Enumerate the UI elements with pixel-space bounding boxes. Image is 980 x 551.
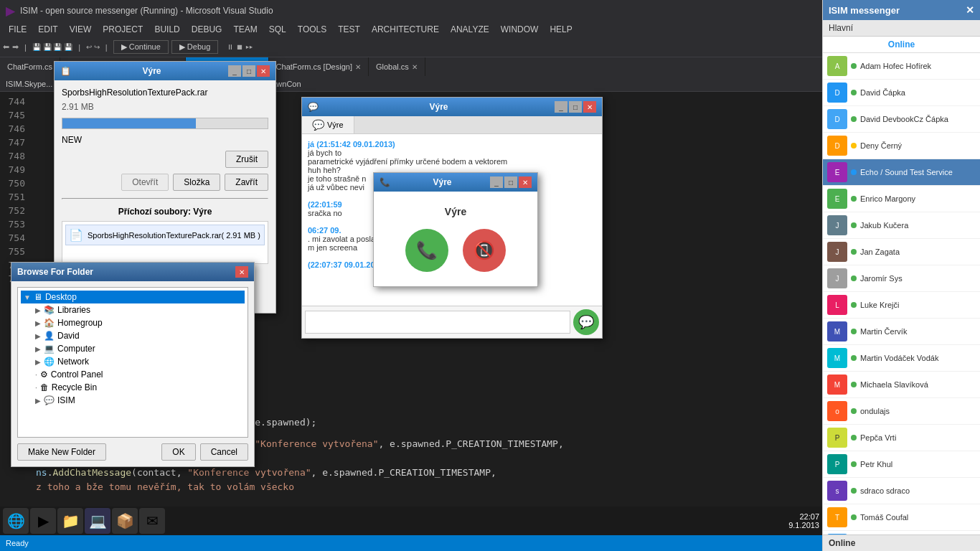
contact-name: Martin Vodáček Vodák	[860, 354, 938, 362]
contact-david-devbook[interactable]: D David DevbookCz Čápka	[823, 106, 980, 133]
dialog-vyre2-min[interactable]: _	[555, 101, 567, 113]
isim-close-btn[interactable]: ✕	[966, 4, 974, 16]
menu-edit[interactable]: EDIT	[32, 23, 63, 36]
browse-title: Browse For Folder	[17, 267, 93, 277]
contact-ondulajs[interactable]: o ondulajs	[823, 398, 980, 425]
dialog-vyre3-min[interactable]: _	[490, 176, 503, 188]
dialog-vyre3-icon: 📞	[380, 177, 390, 187]
vyre1-file-list: 📄 SporbsHighResolutionTexturePack.rar( 2…	[62, 221, 268, 264]
menu-sql[interactable]: SQL	[263, 23, 292, 36]
dialog-vyre3-titlebar: 📞 Výre _ □ ✕	[374, 173, 537, 192]
vyre3-accept-btn[interactable]: 📞	[405, 229, 448, 272]
contact-jaromir[interactable]: J Jaromír Sys	[823, 265, 980, 292]
tree-item-control-panel[interactable]: · ⚙ Control Panel	[21, 368, 245, 381]
tree-item-libraries[interactable]: ▶ 📚 Libraries	[21, 303, 245, 316]
menu-test[interactable]: TEST	[332, 23, 366, 36]
menu-architecture[interactable]: ARCHITECTURE	[366, 23, 445, 36]
dialog-vyre2-close[interactable]: ✕	[583, 101, 596, 113]
contact-adam[interactable]: A Adam Hofec Hofírek	[823, 53, 980, 80]
dialog-vyre1-max[interactable]: □	[242, 65, 255, 77]
contact-sdraco[interactable]: s sdraco sdraco	[823, 478, 980, 504]
dialog-vyre2-input-row: 💬	[302, 306, 602, 338]
taskbar-extra1[interactable]: 📦	[112, 508, 138, 534]
tab-chatform-design[interactable]: ChatForm.cs [Design] ✕	[269, 57, 369, 76]
tree-item-isim[interactable]: ▶ 💬 ISIM	[21, 394, 245, 407]
isim-title: ISIM messenger	[829, 5, 900, 16]
vyre1-btn-open[interactable]: Otevřít	[121, 174, 169, 191]
contact-name: David DevbookCz Čápka	[860, 115, 948, 123]
contact-echo[interactable]: E Echo / Sound Test Service	[823, 159, 980, 186]
contact-enrico[interactable]: E Enrico Margony	[823, 186, 980, 212]
contact-martin-cervik[interactable]: M Martin Červík	[823, 319, 980, 345]
menu-view[interactable]: VIEW	[64, 23, 98, 36]
isim-header: Hlavní	[823, 20, 980, 37]
chatform-design-tab-close[interactable]: ✕	[355, 63, 361, 71]
dialog-vyre2-send[interactable]: 💬	[573, 309, 599, 335]
dialog-vyre1-min[interactable]: _	[228, 65, 241, 77]
dialog-vyre2-input[interactable]	[305, 311, 570, 334]
vyre1-filesize: 2.91 MB	[62, 102, 268, 112]
menu-build[interactable]: BUILD	[149, 23, 185, 36]
taskbar-media[interactable]: ▶	[30, 508, 56, 534]
contact-jakub[interactable]: J Jakub Kučera	[823, 212, 980, 239]
tree-item-david[interactable]: ▶ 👤 David	[21, 329, 245, 342]
browse-close[interactable]: ✕	[235, 266, 248, 278]
menu-file[interactable]: FILE	[3, 23, 32, 36]
time-display: 22:07	[788, 512, 819, 521]
dialog-browse-body: ▼ 🖥 Desktop ▶ 📚 Libraries ▶ 🏠 Homegroup …	[11, 281, 254, 466]
tree-item-desktop[interactable]: ▼ 🖥 Desktop	[21, 291, 245, 303]
dialog-vyre2-max[interactable]: □	[569, 101, 582, 113]
contact-petr[interactable]: P Petr Khul	[823, 451, 980, 478]
contact-deny[interactable]: D Deny Černý	[823, 133, 980, 159]
contact-david-capka[interactable]: D David Čápka	[823, 80, 980, 106]
vyre1-progress	[62, 118, 268, 129]
menu-project[interactable]: PROJECT	[97, 23, 149, 36]
contact-name: ondulajs	[860, 407, 890, 415]
debug-button[interactable]: ▶ Debug	[171, 40, 218, 54]
menu-help[interactable]: HELP	[544, 23, 578, 36]
menu-window[interactable]: WINDOW	[495, 23, 545, 36]
menu-team[interactable]: TEAM	[227, 23, 263, 36]
menu-analyze[interactable]: ANALYZE	[445, 23, 495, 36]
tree-item-computer[interactable]: ▶ 💻 Computer	[21, 342, 245, 355]
vyre1-btn-close[interactable]: Zavřít	[225, 174, 268, 191]
contact-name: Martin Červík	[860, 327, 907, 336]
tab-chatform[interactable]: ChatForm.cs	[0, 57, 60, 76]
vyre1-btn-cancel[interactable]: Zrušit	[225, 151, 268, 168]
vyre1-btn-folder[interactable]: Složka	[173, 174, 220, 191]
dialog-vyre3-title: Výre	[433, 177, 451, 187]
dialog-vyre2-titlebar: 💬 Výre _ □ ✕	[302, 98, 602, 116]
global-tab-close[interactable]: ✕	[412, 63, 418, 71]
tree-item-recycle-bin[interactable]: · 🗑 Recycle Bin	[21, 381, 245, 394]
dialog-vyre1-close[interactable]: ✕	[257, 65, 270, 77]
taskbar-folder[interactable]: 📁	[57, 508, 83, 534]
menu-debug[interactable]: DEBUG	[186, 23, 228, 36]
contact-pepca[interactable]: P Pepča Vrti	[823, 425, 980, 451]
browse-ok[interactable]: OK	[161, 443, 195, 461]
tab-global[interactable]: Global.cs ✕	[369, 57, 425, 76]
vyre3-call-title: Výre	[445, 206, 466, 217]
taskbar-extra2[interactable]: ✉	[139, 508, 165, 534]
continue-button[interactable]: ▶ Continue	[113, 40, 169, 54]
contact-martin-vodacek[interactable]: M Martin Vodáček Vodák	[823, 345, 980, 372]
browse-new-folder[interactable]: Make New Folder	[17, 443, 106, 461]
dialog-vyre3-close[interactable]: ✕	[519, 176, 532, 188]
dialog-browse-titlebar: Browse For Folder ✕	[11, 263, 254, 281]
contact-name: Petr Khul	[860, 460, 892, 468]
chatform-tab-label: ChatForm.cs	[7, 62, 52, 71]
contact-jan[interactable]: J Jan Zagata	[823, 239, 980, 265]
contact-michaela[interactable]: M Michaela Slavíková	[823, 372, 980, 398]
contact-luke[interactable]: L Luke Krejči	[823, 292, 980, 319]
vyre3-decline-btn[interactable]: 📵	[463, 229, 506, 272]
contact-name: David Čápka	[860, 88, 905, 97]
dialog-vyre2-tab[interactable]: 💬 Výre	[302, 116, 354, 133]
taskbar-vs[interactable]: 💻	[85, 508, 110, 534]
contact-tomas[interactable]: T Tomáš Coufal	[823, 504, 980, 531]
menu-tools[interactable]: TOOLS	[292, 23, 332, 36]
chat-msg1-time: já (21:51:42 09.01.2013)	[308, 140, 596, 149]
dialog-vyre3-max[interactable]: □	[504, 176, 517, 188]
tree-item-network[interactable]: ▶ 🌐 Network	[21, 355, 245, 368]
tree-item-homegroup[interactable]: ▶ 🏠 Homegroup	[21, 316, 245, 329]
taskbar-chrome[interactable]: 🌐	[3, 508, 29, 534]
browse-cancel[interactable]: Cancel	[200, 443, 248, 461]
